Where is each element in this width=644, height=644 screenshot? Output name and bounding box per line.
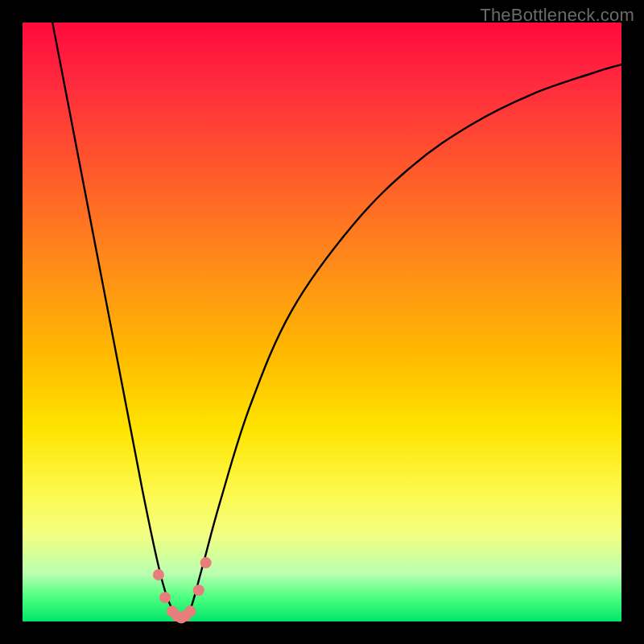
valley-marker bbox=[184, 605, 196, 617]
valley-marker bbox=[159, 592, 171, 603]
valley-marker bbox=[193, 584, 204, 596]
valley-markers bbox=[153, 557, 212, 623]
valley-marker bbox=[200, 557, 212, 568]
chart-frame: TheBottleneck.com bbox=[0, 0, 644, 644]
watermark-label: TheBottleneck.com bbox=[480, 5, 634, 26]
valley-marker bbox=[153, 569, 164, 580]
bottleneck-curve bbox=[52, 23, 621, 618]
plot-area bbox=[23, 23, 621, 621]
curve-svg bbox=[23, 23, 621, 621]
